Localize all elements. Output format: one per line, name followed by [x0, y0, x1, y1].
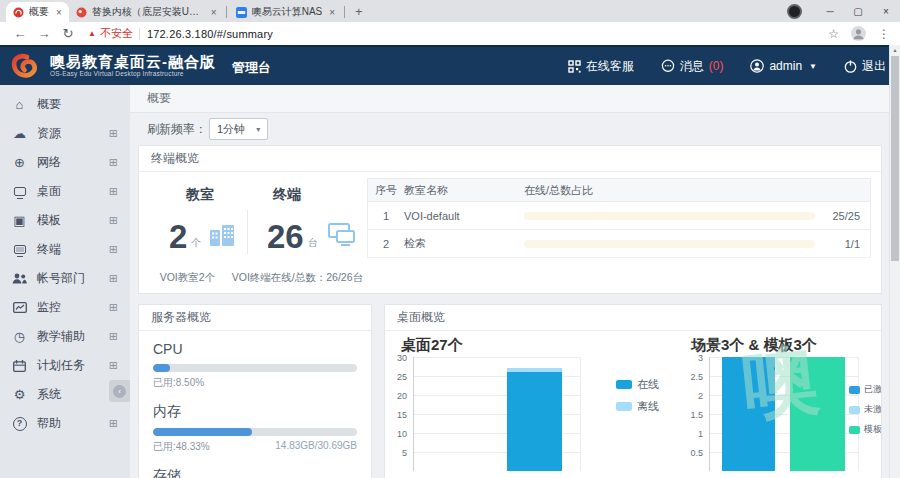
building-icon	[209, 223, 235, 251]
sidebar-item-accounts[interactable]: 帐号部门 ⊞	[0, 264, 130, 293]
browser-tab-kernel[interactable]: 替换内核（底层安装U盘）的方法 ×	[69, 2, 224, 22]
expand-icon[interactable]: ⊞	[109, 127, 118, 140]
expand-icon[interactable]: ⊞	[109, 301, 118, 314]
browser-tab-nas[interactable]: 噢易云计算NAS ×	[229, 2, 342, 22]
cloud-icon: ☁	[11, 126, 28, 141]
tab-separator	[344, 6, 345, 18]
sidebar-item-help[interactable]: ? 帮助 ⊞	[0, 409, 130, 438]
user-name: admin	[769, 59, 802, 73]
expand-icon[interactable]: ⊞	[109, 272, 118, 285]
terminal-icon	[11, 245, 28, 254]
sidebar: ⌂ 概要 ☁ 资源 ⊞ ⊕ 网络 ⊞ 桌面 ⊞ ▣ 模板 ⊞	[0, 85, 130, 478]
sidebar-item-monitoring[interactable]: 监控 ⊞	[0, 293, 130, 322]
logout-button[interactable]: 退出	[844, 58, 886, 75]
window-maximize-button[interactable]: ▢	[844, 6, 872, 17]
expand-icon[interactable]: ⊞	[109, 359, 118, 372]
breadcrumb: 概要	[130, 85, 900, 113]
sidebar-item-network[interactable]: ⊕ 网络 ⊞	[0, 148, 130, 177]
tab-close-icon[interactable]: ×	[329, 7, 335, 18]
scrollbar-thumb[interactable]	[891, 56, 899, 261]
cpu-label: CPU	[153, 341, 357, 357]
expand-icon[interactable]: ⊞	[109, 214, 118, 227]
legend-item-offline[interactable]: 离线	[616, 399, 659, 414]
messages-button[interactable]: 消息 (0)	[661, 58, 724, 75]
terminal-count: 26	[267, 223, 304, 251]
online-service-label: 在线客服	[586, 58, 634, 75]
expand-icon[interactable]: ⊞	[109, 330, 118, 343]
tab-close-icon[interactable]: ×	[211, 7, 217, 18]
tab-title: 概要	[29, 5, 49, 19]
panel-title: 终端概览	[139, 146, 881, 172]
scene-bar	[722, 357, 775, 471]
chat-bubble-icon	[661, 59, 675, 73]
globe-icon: ⊕	[11, 155, 28, 170]
scene-chart-legend: 已激活场景 未激活场景 模板	[849, 383, 882, 436]
security-label: 不安全	[100, 26, 133, 41]
reload-icon[interactable]: ↻	[56, 26, 80, 41]
browser-tab-strip: 概要 × 替换内核（底层安装U盘）的方法 × 噢易云计算NAS × + ─ ▢ …	[0, 0, 900, 22]
browser-menu-icon[interactable]: ⋮	[878, 27, 890, 41]
sidebar-item-teaching[interactable]: ◷ 教学辅助 ⊞	[0, 322, 130, 351]
expand-icon[interactable]: ⊞	[109, 417, 118, 430]
messages-label: 消息	[680, 58, 704, 75]
browser-toolbar: ← → ↻ ▲ 不安全 172.26.3.180/#/summary ☆ ⋮	[0, 22, 900, 45]
refresh-rate-select[interactable]: 1分钟 ▾	[209, 118, 268, 140]
users-icon	[11, 273, 28, 284]
memory-used-label: 已用:48.33%	[153, 440, 210, 454]
collapse-arrow-icon: ‹	[113, 385, 126, 398]
expand-icon[interactable]: ⊞	[109, 243, 118, 256]
scene-chart-title: 场景3个 & 模板3个	[691, 336, 817, 355]
classroom-count: 2	[169, 223, 187, 251]
profile-avatar-icon[interactable]	[851, 26, 866, 41]
new-tab-button[interactable]: +	[355, 4, 363, 19]
sidebar-item-summary[interactable]: ⌂ 概要	[0, 90, 130, 119]
legend-item-inactive-scene[interactable]: 未激活场景	[849, 403, 882, 416]
forward-icon[interactable]: →	[32, 26, 56, 41]
chevron-down-icon: ▼	[809, 62, 817, 71]
scrollbar-up-icon[interactable]: ▲	[890, 45, 900, 55]
page-scrollbar[interactable]: ▲	[889, 45, 900, 478]
nas-favicon-icon	[236, 7, 247, 18]
url-separator	[139, 28, 140, 40]
address-bar[interactable]: ▲ 不安全 172.26.3.180/#/summary	[88, 25, 820, 42]
tab-title: 替换内核（底层安装U盘）的方法	[92, 5, 204, 19]
sidebar-item-template[interactable]: ▣ 模板 ⊞	[0, 206, 130, 235]
user-menu[interactable]: admin ▼	[750, 59, 817, 73]
sidebar-item-tasks[interactable]: 计划任务 ⊞	[0, 351, 130, 380]
bookmark-star-icon[interactable]: ☆	[828, 27, 839, 41]
desktop-chart-plot	[413, 357, 581, 471]
window-minimize-button[interactable]: ─	[816, 6, 844, 17]
sidebar-item-resources[interactable]: ☁ 资源 ⊞	[0, 119, 130, 148]
terminal-stats: 教室 终端 2 个	[151, 176, 363, 285]
stats-divider	[247, 210, 248, 254]
legend-item-template[interactable]: 模板	[849, 423, 882, 436]
legend-item-online[interactable]: 在线	[616, 377, 659, 392]
classroom-label: 教室	[151, 186, 249, 204]
browser-tab-summary[interactable]: 概要 ×	[6, 2, 69, 22]
user-icon	[750, 59, 764, 73]
scene-chart-plot	[709, 357, 859, 471]
cpu-used-label: 已用:8.50%	[153, 376, 204, 390]
legend-item-active-scene[interactable]: 已激活场景	[849, 383, 882, 396]
memory-usage-bar	[153, 428, 357, 436]
window-close-button[interactable]: ×	[872, 6, 900, 17]
console-label: 管理台	[232, 59, 271, 77]
sidebar-item-desktop[interactable]: 桌面 ⊞	[0, 177, 130, 206]
clock-icon: ◷	[11, 329, 28, 344]
sidebar-collapse-button[interactable]: ‹	[109, 380, 130, 402]
url-text: 172.26.3.180/#/summary	[147, 28, 273, 40]
server-overview-panel: 服务器概览 CPU 已用:8.50% 内存 已用:48.33%14.83GB/3…	[138, 304, 372, 478]
voi-terminal-summary: VOI终端在线/总数：26/26台	[224, 271, 363, 285]
sidebar-item-terminal[interactable]: 终端 ⊞	[0, 235, 130, 264]
expand-icon[interactable]: ⊞	[109, 185, 118, 198]
brand-block: 噢易教育桌面云-融合版 OS-Easy Edu Virtual Desktop …	[50, 54, 216, 78]
qr-code-icon	[568, 60, 581, 73]
osez-favicon-icon	[13, 7, 24, 18]
back-icon[interactable]: ←	[8, 26, 32, 41]
tab-close-icon[interactable]: ×	[56, 7, 62, 18]
expand-icon[interactable]: ⊞	[109, 156, 118, 169]
extension-badge-icon[interactable]	[787, 4, 802, 19]
table-row: 2 检索 1/1	[367, 230, 871, 258]
online-service-button[interactable]: 在线客服	[568, 58, 634, 75]
table-header-row: 序号 教室名称 在线/总数占比	[367, 178, 871, 202]
